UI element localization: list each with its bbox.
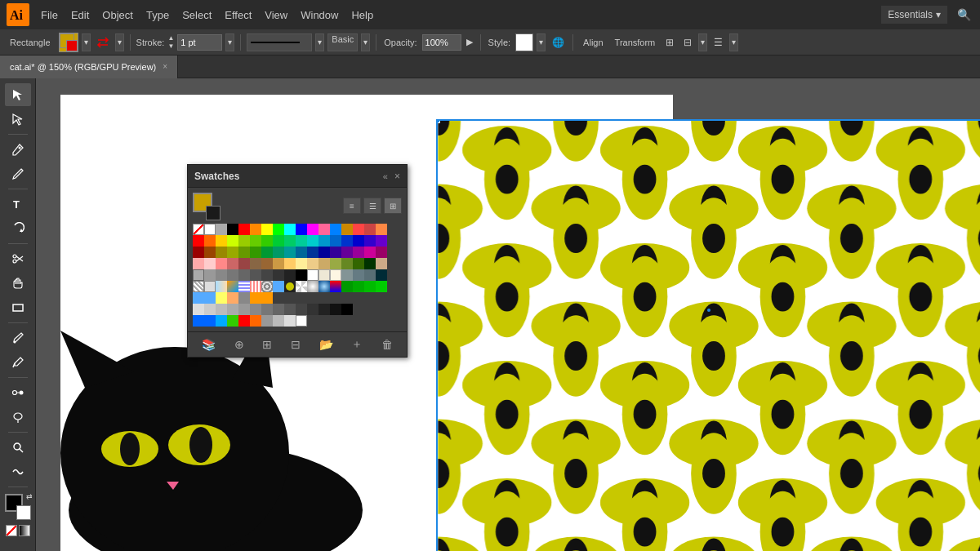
- swatch-cell[interactable]: [330, 304, 341, 315]
- document-tab[interactable]: cat.ai* @ 150% (RGB/GPU Preview) ×: [0, 56, 178, 78]
- swatch-cell[interactable]: [284, 304, 296, 315]
- swatch-cell[interactable]: [353, 224, 364, 235]
- swatch-cell[interactable]: [227, 247, 238, 258]
- swatch-cell[interactable]: [273, 281, 284, 292]
- swatch-cell[interactable]: [296, 235, 307, 247]
- opacity-input[interactable]: [422, 34, 461, 51]
- stroke-line-preview[interactable]: [247, 33, 312, 51]
- delete-swatch-btn[interactable]: 🗑: [380, 336, 394, 353]
- swatch-cell[interactable]: [296, 258, 307, 269]
- swatch-cell[interactable]: [261, 235, 273, 247]
- swatch-cell[interactable]: [376, 269, 387, 281]
- swatch-cell[interactable]: [193, 281, 204, 292]
- swatch-black[interactable]: [227, 224, 238, 235]
- menu-effect[interactable]: Effect: [218, 6, 258, 24]
- swatch-cell[interactable]: [216, 224, 227, 235]
- menu-select[interactable]: Select: [176, 6, 218, 24]
- swatch-white[interactable]: [204, 224, 216, 235]
- swatch-cell[interactable]: [296, 304, 307, 315]
- swatch-cell[interactable]: [318, 247, 330, 258]
- swatch-cell[interactable]: [353, 258, 364, 269]
- stroke-arrows[interactable]: ▲ ▼: [167, 34, 174, 50]
- swatch-cell[interactable]: [341, 224, 353, 235]
- tool-type[interactable]: T: [5, 193, 31, 216]
- swatches-menu-btn[interactable]: ≡: [343, 198, 361, 214]
- line-style-dropdown[interactable]: ▾: [315, 33, 324, 51]
- swatch-cell[interactable]: [376, 224, 387, 235]
- swatch-cell[interactable]: [376, 258, 387, 269]
- swatch-cell[interactable]: [273, 235, 284, 247]
- swatch-cell[interactable]: [250, 304, 261, 315]
- swatch-cell[interactable]: [353, 235, 364, 247]
- transform-dropdown[interactable]: ▾: [698, 33, 707, 51]
- swatch-cell[interactable]: [307, 224, 318, 235]
- swatch-cell[interactable]: [273, 247, 284, 258]
- swatch-cell[interactable]: [307, 281, 318, 292]
- color-fg-bg[interactable]: ⇄: [5, 494, 31, 520]
- none-color-btn[interactable]: [6, 525, 17, 536]
- swatch-cell[interactable]: [353, 247, 364, 258]
- color-mode-btn[interactable]: 🌐: [549, 33, 567, 51]
- swatch-cell[interactable]: [364, 235, 376, 247]
- swatch-cell[interactable]: [284, 315, 296, 327]
- new-color-group-btn[interactable]: ⊞: [261, 336, 274, 353]
- swatch-cell[interactable]: [238, 304, 250, 315]
- swatches-list-view-btn[interactable]: ☰: [363, 198, 381, 214]
- swatch-cell[interactable]: [376, 247, 387, 258]
- swatch-cell[interactable]: [296, 315, 307, 327]
- swatch-cell[interactable]: [330, 281, 341, 292]
- swatch-cell[interactable]: [318, 281, 330, 292]
- swatch-cell[interactable]: [330, 224, 341, 235]
- menu-object[interactable]: Object: [96, 6, 140, 24]
- swatch-cell[interactable]: [238, 235, 250, 247]
- swatch-cell[interactable]: [204, 247, 216, 258]
- swatch-cell[interactable]: [341, 269, 353, 281]
- swatch-cell[interactable]: [204, 235, 216, 247]
- swatch-cell[interactable]: [227, 269, 238, 281]
- swatch-cell[interactable]: [376, 281, 387, 292]
- show-swatch-kinds-btn[interactable]: ⊕: [233, 336, 246, 353]
- open-library-btn[interactable]: 📂: [318, 336, 335, 353]
- gradient-color-btn[interactable]: [19, 525, 30, 536]
- swatch-cell[interactable]: [216, 258, 227, 269]
- swatch-cell[interactable]: [250, 269, 261, 281]
- swatch-cell[interactable]: [250, 235, 261, 247]
- swatch-cell[interactable]: [273, 269, 284, 281]
- swatch-cell[interactable]: [341, 235, 353, 247]
- swatch-cell[interactable]: [227, 292, 238, 304]
- menu-edit[interactable]: Edit: [65, 6, 96, 24]
- workspace-selector[interactable]: Essentials ▾: [881, 6, 947, 24]
- current-swatch[interactable]: [193, 193, 219, 219]
- swatch-cell[interactable]: [318, 235, 330, 247]
- swatch-cell[interactable]: [330, 235, 341, 247]
- swatch-cell[interactable]: [204, 269, 216, 281]
- tool-rectangle[interactable]: [5, 296, 31, 319]
- swatch-cell[interactable]: [193, 315, 216, 327]
- swatch-cell[interactable]: [273, 304, 284, 315]
- swatch-cell[interactable]: [273, 224, 284, 235]
- handle-tl[interactable]: [436, 119, 440, 123]
- background-color[interactable]: [16, 505, 31, 520]
- swatch-cell[interactable]: [284, 235, 296, 247]
- swatch-cell[interactable]: [318, 258, 330, 269]
- swatch-cell[interactable]: [330, 247, 341, 258]
- menu-type[interactable]: Type: [140, 6, 176, 24]
- swatch-cell[interactable]: [216, 281, 227, 292]
- tool-pen[interactable]: [5, 138, 31, 161]
- swatches-grid-view-btn[interactable]: ⊞: [384, 198, 402, 214]
- opacity-arrow-right[interactable]: ▶: [465, 35, 474, 49]
- tool-zoom[interactable]: [5, 436, 31, 459]
- swatch-cell[interactable]: [296, 281, 307, 292]
- tool-scissors[interactable]: [5, 247, 31, 270]
- swatch-cell[interactable]: [261, 315, 273, 327]
- swatch-cell[interactable]: [341, 281, 353, 292]
- swatch-none[interactable]: [193, 224, 204, 235]
- swatch-cell[interactable]: [250, 247, 261, 258]
- style-dropdown[interactable]: ▾: [537, 33, 546, 51]
- swap-colors-icon[interactable]: ⇄: [26, 492, 33, 500]
- swatch-cell[interactable]: [307, 269, 318, 281]
- tool-eyedropper[interactable]: [5, 351, 31, 374]
- stroke-swap-dropdown[interactable]: ▾: [115, 33, 124, 51]
- align-label[interactable]: Align: [579, 36, 607, 49]
- swatches-close-btn[interactable]: ×: [394, 171, 400, 182]
